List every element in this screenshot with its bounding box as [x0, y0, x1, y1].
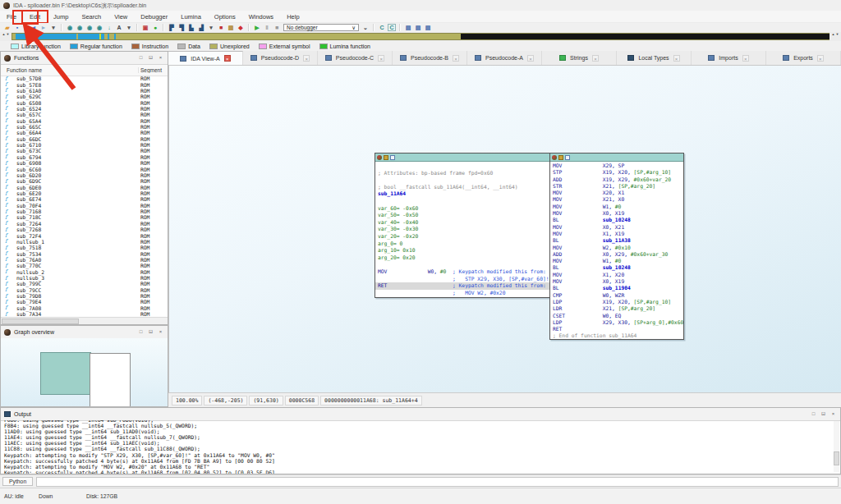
function-row[interactable]: fsub_7534ROM — [1, 250, 168, 256]
tab-strings[interactable]: Strings× — [542, 51, 617, 65]
block-header[interactable] — [375, 153, 550, 162]
function-row[interactable]: fsub_79D8ROM — [1, 293, 168, 299]
open-file-icon[interactable]: ▰ — [3, 24, 11, 31]
dropdown-caret-icon[interactable]: ▾ — [125, 24, 133, 31]
function-row[interactable]: fsub_770CROM — [1, 263, 168, 268]
function-row[interactable]: fnullsub_3ROM — [1, 275, 168, 281]
function-row[interactable]: fsub_6E74ROM — [1, 196, 168, 202]
menu-item-help[interactable]: Help — [280, 11, 306, 22]
tab-exports[interactable]: Exports× — [766, 51, 841, 65]
function-row[interactable]: fsub_6D9CROM — [1, 178, 168, 184]
function-row[interactable]: fsub_718CROM — [1, 214, 168, 220]
function-row[interactable]: fsub_76A0ROM — [1, 257, 168, 263]
function-row[interactable]: fnullsub_2ROM — [1, 269, 168, 275]
menu-item-lumina[interactable]: Lumina — [174, 11, 208, 22]
output-vscrollbar[interactable] — [834, 421, 839, 472]
tab-pseudocode-d[interactable]: Pseudocode-D× — [243, 51, 318, 65]
tab-close-icon[interactable]: × — [592, 55, 599, 62]
function-row[interactable]: fsub_72F4ROM — [1, 232, 168, 238]
debugger-select[interactable]: No debugger∨ — [283, 24, 359, 31]
function-row[interactable]: fsub_657CROM — [1, 112, 168, 117]
float-icon[interactable]: ⊡ — [147, 328, 154, 336]
basic-block-entry[interactable]: ; Attributes: bp-based frame fpd=0x60 ; … — [375, 153, 551, 298]
attach-caret-icon[interactable]: ⌄ — [361, 24, 370, 31]
graph-overview-titlebar[interactable]: Graph overview □⊡× — [1, 326, 168, 339]
overview-viewport-rect[interactable] — [90, 353, 131, 406]
float-icon[interactable]: ⊡ — [147, 54, 154, 62]
navband-right-arrows-icon[interactable]: ▲ ▼ — [830, 32, 840, 41]
trace-icon[interactable]: ▤ — [227, 24, 235, 31]
output-vscroll-thumb[interactable] — [834, 451, 839, 465]
tab-pseudocode-c[interactable]: Pseudocode-C× — [318, 51, 393, 65]
block-header[interactable] — [550, 153, 683, 162]
function-row[interactable]: fsub_79E4ROM — [1, 299, 168, 305]
stop-diamond-icon[interactable]: ◆ — [237, 24, 245, 31]
function-row[interactable]: fsub_673CROM — [1, 148, 168, 153]
functions-hscroll-thumb[interactable] — [2, 318, 79, 324]
close-icon[interactable]: × — [157, 328, 164, 336]
close-icon[interactable]: × — [157, 54, 164, 62]
menu-item-windows[interactable]: Windows — [242, 11, 280, 22]
window-tile-icon[interactable]: ▤ — [404, 24, 412, 31]
function-row[interactable]: fsub_7264ROM — [1, 221, 168, 227]
maximize-icon[interactable]: □ — [810, 410, 817, 418]
graph-overview-canvas[interactable] — [1, 338, 168, 406]
jump-problem-icon[interactable]: ◉ — [95, 24, 103, 31]
menu-item-debugger[interactable]: Debugger — [134, 11, 174, 22]
tab-close-icon[interactable]: × — [224, 55, 231, 62]
float-icon[interactable]: ⊡ — [820, 410, 827, 418]
basic-block-body[interactable]: MOV X29, SPSTP X19, X20, [SP,#arg_10]ADD… — [549, 153, 684, 340]
tab-pseudocode-b[interactable]: Pseudocode-B× — [393, 51, 467, 65]
function-row[interactable]: fsub_7268ROM — [1, 227, 168, 232]
lumina-icon[interactable]: ● — [151, 24, 159, 31]
tab-close-icon[interactable]: × — [378, 55, 384, 62]
breakpoint-icon[interactable]: ■ — [217, 24, 225, 31]
python-interpreter-button[interactable]: Python — [2, 477, 33, 486]
text-view-icon[interactable]: A — [115, 24, 123, 31]
colors-icon[interactable]: ▣ — [141, 24, 149, 31]
maximize-icon[interactable]: □ — [137, 328, 145, 336]
function-row[interactable]: fsub_7168ROM — [1, 208, 168, 214]
navband-track[interactable] — [11, 33, 830, 40]
tab-local-types[interactable]: Local Types× — [617, 51, 692, 65]
window-close-all-icon[interactable]: ▤ — [424, 24, 432, 31]
function-row[interactable]: fsub_6794ROM — [1, 154, 168, 160]
debug-windows-icon[interactable]: ▛ — [168, 24, 176, 31]
tab-imports[interactable]: Imports× — [692, 51, 766, 65]
dropdown-caret-icon[interactable]: ▾ — [207, 24, 215, 31]
ida-graph-view[interactable]: ; Attributes: bp-based frame fpd=0x60 ; … — [168, 66, 841, 392]
function-row[interactable]: fsub_7A08ROM — [1, 305, 168, 311]
tab-close-icon[interactable]: × — [527, 55, 534, 62]
function-row[interactable]: fsub_66DCROM — [1, 136, 168, 142]
maximize-icon[interactable]: □ — [137, 54, 145, 62]
tab-pseudocode-a[interactable]: Pseudocode-A× — [467, 51, 542, 65]
function-row[interactable]: fnullsub_1ROM — [1, 239, 168, 245]
debug-stack-icon[interactable]: ▙ — [187, 24, 195, 31]
close-icon[interactable]: × — [830, 410, 837, 418]
function-row[interactable]: fsub_6DE0ROM — [1, 184, 168, 190]
function-row[interactable]: fsub_6508ROM — [1, 99, 168, 105]
function-row[interactable]: fsub_799CROM — [1, 281, 168, 286]
tab-close-icon[interactable]: × — [817, 55, 824, 62]
function-row[interactable]: fsub_6524ROM — [1, 106, 168, 112]
jump-segment-icon[interactable]: ◉ — [85, 24, 94, 31]
window-cascade-icon[interactable]: ▤ — [414, 24, 422, 31]
function-row[interactable]: fsub_6D20ROM — [1, 172, 168, 178]
debug-registers-icon[interactable]: ▜ — [177, 24, 186, 31]
start-process-icon[interactable]: ▶ — [253, 24, 261, 31]
functions-list[interactable]: fsub_57D8ROMfsub_57E8ROMfsub_61A0ROMfsub… — [1, 76, 168, 318]
menu-item-view[interactable]: View — [108, 11, 134, 22]
function-row[interactable]: fsub_66A4ROM — [1, 130, 168, 135]
navband-left-arrows-icon[interactable]: ▲ ▼ — [1, 32, 11, 41]
pause-process-icon[interactable]: ‖ — [263, 24, 271, 31]
function-row[interactable]: fsub_6C60ROM — [1, 166, 168, 172]
tab-close-icon[interactable]: × — [453, 55, 459, 62]
c-compile-icon[interactable]: C — [378, 24, 386, 31]
function-row[interactable]: fsub_7518ROM — [1, 245, 168, 250]
c-compile-active-icon[interactable]: C — [388, 24, 396, 31]
function-row[interactable]: fsub_6908ROM — [1, 160, 168, 166]
stop-process-icon[interactable]: ■ — [273, 24, 281, 31]
python-input[interactable] — [36, 477, 839, 487]
function-row[interactable]: fsub_79CCROM — [1, 287, 168, 293]
jump-down-icon[interactable]: ↓ — [105, 24, 113, 31]
